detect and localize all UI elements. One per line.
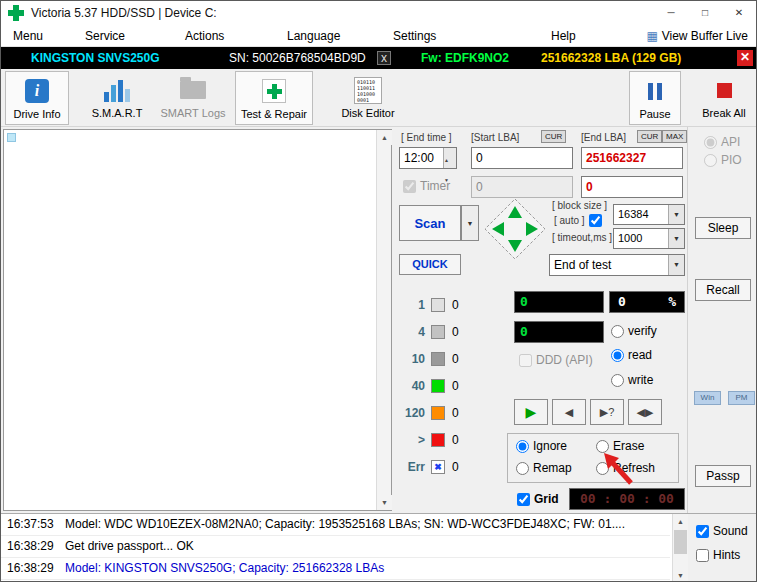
break-all-button[interactable]: Break All	[693, 71, 755, 125]
action-remap-radio[interactable]: Remap	[516, 461, 572, 475]
start-test-button[interactable]: ▶	[514, 399, 548, 425]
scroll-down-icon[interactable]: ▼	[377, 495, 392, 510]
start-lba-cur-button[interactable]: CUR	[541, 130, 566, 143]
action-remap-label: Remap	[533, 461, 572, 475]
mode-verify-input[interactable]	[611, 325, 624, 338]
device-model[interactable]: KINGSTON SNVS250G	[31, 47, 159, 69]
scan-dropdown-button[interactable]: ▼	[461, 205, 479, 241]
pio-radio: PIO	[704, 153, 742, 167]
action-refresh-input[interactable]	[596, 462, 609, 475]
scroll-down-icon[interactable]: ▼	[673, 568, 688, 582]
toolbar-drive-info-button[interactable]: i Drive Info	[5, 71, 69, 125]
scroll-up-icon[interactable]: ▲	[377, 130, 392, 145]
menu-item-menu[interactable]: Menu	[7, 25, 49, 47]
grid-scrollbar[interactable]: ▲ ▼	[376, 130, 391, 510]
log-time: 16:37:53	[7, 514, 54, 535]
grid-checkbox[interactable]: Grid	[517, 492, 559, 506]
action-refresh-radio[interactable]: Refresh	[596, 461, 655, 475]
block-size-combo[interactable]: 16384 ▼	[613, 204, 685, 225]
scan-button[interactable]: Scan	[399, 205, 461, 241]
spinner-arrows[interactable]: ▲ ▼	[443, 148, 456, 168]
mode-write-label: write	[628, 373, 653, 387]
auto-checkbox[interactable]: [ auto ]	[554, 214, 602, 227]
grid-checkbox-input[interactable]	[517, 493, 530, 506]
scrollbar-thumb[interactable]	[674, 530, 687, 554]
sound-checkbox-input[interactable]	[696, 525, 709, 538]
end-lba-max-button[interactable]: MAX	[662, 130, 687, 143]
sleep-button[interactable]: Sleep	[695, 217, 751, 239]
log-time: 16:38:29	[7, 558, 54, 579]
api-label: API	[721, 135, 740, 149]
stop-square-icon	[717, 83, 732, 98]
view-buffer-live-button[interactable]: ▦ View Buffer Live	[642, 25, 752, 47]
dropdown-icon[interactable]: ▼	[668, 229, 684, 248]
device-firmware: Fw: EDFK9NO2	[421, 47, 509, 69]
timeout-combo[interactable]: 1000 ▼	[613, 228, 685, 249]
bucket-count: 0	[452, 406, 459, 420]
auto-checkbox-input[interactable]	[589, 214, 602, 227]
seek-button[interactable]: ▶?	[590, 399, 624, 425]
action-erase-input[interactable]	[596, 440, 609, 453]
toolbar-smart-button[interactable]: S.M.A.R.T	[85, 71, 149, 125]
maximize-button[interactable]: □	[688, 1, 722, 25]
mode-read-input[interactable]	[611, 349, 624, 362]
test-grid-area[interactable]: ▲ ▼	[3, 129, 392, 511]
action-ignore-radio[interactable]: Ignore	[516, 439, 567, 453]
scroll-up-icon[interactable]: ▲	[673, 514, 688, 529]
bucket-row-4: 4 0	[399, 318, 459, 345]
bucket-label: >	[399, 433, 425, 447]
reverse-button[interactable]: ◀	[552, 399, 586, 425]
menu-item-settings[interactable]: Settings	[387, 25, 442, 47]
device-serial: SN: 50026B768504BD9D	[229, 47, 366, 69]
menu-item-service[interactable]: Service	[79, 25, 131, 47]
timer-lba-input[interactable]: 0	[581, 176, 683, 198]
device-info-bar: KINGSTON SNVS250G SN: 50026B768504BD9D x…	[1, 47, 756, 69]
pause-icon	[648, 83, 662, 100]
mode-write-radio[interactable]: write	[611, 373, 653, 387]
bucket-label: 120	[399, 406, 425, 420]
device-tab-close-button[interactable]: x	[377, 51, 391, 65]
mode-verify-radio[interactable]: verify	[611, 324, 657, 338]
jump-pad-icon[interactable]	[483, 197, 547, 261]
end-time-spinner[interactable]: 12:00 ▲ ▼	[399, 147, 457, 169]
mode-read-radio[interactable]: read	[611, 348, 652, 362]
start-lba-input[interactable]: 0	[471, 147, 573, 169]
skip-button[interactable]: ◀▶	[628, 399, 662, 425]
mode-write-input[interactable]	[611, 374, 624, 387]
bucket-row-120: 120 0	[399, 399, 459, 426]
minimize-button[interactable]: ─	[654, 1, 688, 25]
end-lba-input[interactable]: 251662327	[581, 147, 683, 169]
end-lba-cur-button[interactable]: CUR	[637, 130, 662, 143]
pause-label: Pause	[630, 108, 680, 120]
percent-sign: %	[668, 292, 676, 312]
dropdown-icon[interactable]: ▼	[668, 205, 684, 224]
spin-up-icon[interactable]: ▲	[444, 157, 449, 163]
close-button[interactable]: ✕	[722, 1, 756, 25]
sound-checkbox[interactable]: Sound	[696, 524, 748, 538]
buffer-grid-icon: ▦	[646, 30, 657, 42]
toolbar-disk-editor-button[interactable]: 010110 110011 101000 0001 Disk Editor	[335, 71, 401, 125]
pause-button[interactable]: Pause	[629, 71, 681, 125]
menu-item-actions[interactable]: Actions	[179, 25, 230, 47]
end-time-value: 12:00	[404, 151, 434, 165]
passp-button[interactable]: Passp	[695, 465, 751, 487]
mode-read-label: read	[628, 348, 652, 362]
action-ignore-input[interactable]	[516, 440, 529, 453]
bucket-label: 40	[399, 379, 425, 393]
menu-item-help[interactable]: Help	[545, 25, 582, 47]
action-remap-input[interactable]	[516, 462, 529, 475]
toolbar-test-repair-button[interactable]: Test & Repair	[235, 71, 313, 125]
hints-checkbox[interactable]: Hints	[696, 548, 740, 562]
action-erase-radio[interactable]: Erase	[596, 439, 644, 453]
dropdown-icon[interactable]: ▼	[668, 255, 684, 275]
recall-button[interactable]: Recall	[695, 279, 751, 301]
menu-item-language[interactable]: Language	[281, 25, 346, 47]
hints-checkbox-input[interactable]	[696, 549, 709, 562]
quick-button[interactable]: QUICK	[399, 254, 461, 275]
view-buffer-live-label: View Buffer Live	[662, 25, 748, 47]
end-of-test-combo[interactable]: End of test ▼	[549, 254, 685, 276]
device-close-x-button[interactable]: ✕	[737, 50, 753, 66]
timeout-label: [ timeout,ms ]	[552, 232, 612, 243]
ddd-api-label: DDD (API)	[536, 353, 593, 367]
log-scrollbar[interactable]: ▲ ▼	[672, 514, 688, 582]
